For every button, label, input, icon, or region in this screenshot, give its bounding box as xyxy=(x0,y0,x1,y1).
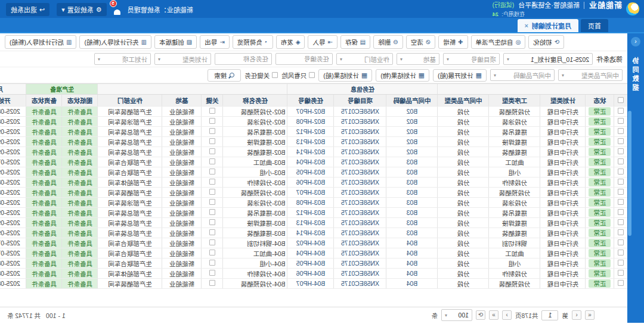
cell-row-checkbox[interactable] xyxy=(614,248,627,258)
table-row[interactable]: 正常 先行中日程 曲加工 分段 B03 XN58EC0175 B03-HP04 … xyxy=(0,157,627,167)
plan-item-select[interactable]: 计划工项 ▾ xyxy=(94,53,151,65)
toolbar-button[interactable]: ⊘ 清空 xyxy=(406,35,435,49)
cell-row-checkbox[interactable] xyxy=(614,188,627,198)
refresh-button[interactable]: ⟳ xyxy=(476,310,485,320)
cell-key-checkbox[interactable] xyxy=(202,258,223,269)
cell-row-checkbox[interactable] xyxy=(614,258,627,269)
cell-row-checkbox[interactable] xyxy=(614,157,627,167)
column-header[interactable]: 状态 xyxy=(586,95,614,107)
toolbar-button[interactable]: ▤ 保存 xyxy=(340,35,370,49)
column-header[interactable]: 计划类型 xyxy=(540,95,586,107)
logout-button[interactable]: ↪ 退出系统 xyxy=(6,3,49,16)
cell-row-checkbox[interactable] xyxy=(614,117,627,127)
cell-row-checkbox[interactable] xyxy=(614,218,627,228)
toolbar-button[interactable]: ✚ 新增 xyxy=(438,35,467,49)
column-header[interactable]: 工序类型 xyxy=(489,95,540,107)
select-all-checkbox[interactable] xyxy=(614,95,627,107)
cell-row-checkbox[interactable] xyxy=(614,177,627,188)
toolbar-button[interactable]: ▥ 后行计划导入(新船) xyxy=(5,35,76,49)
cell-row-checkbox[interactable] xyxy=(614,107,627,117)
toolbar-button[interactable]: ▧ 创建版本 xyxy=(154,35,197,49)
table-row[interactable]: 正常 先行中日程 分段预舾装 分段 B03 XN58EC0175 B03-HP0… xyxy=(0,188,627,198)
cell-key-checkbox[interactable] xyxy=(202,238,223,248)
cell-row-checkbox[interactable] xyxy=(614,167,627,177)
column-header[interactable]: 图纸状态 xyxy=(62,95,98,107)
cell-row-checkbox[interactable] xyxy=(614,127,627,137)
table-row[interactable]: 正常 先行中日程 分段涂装 分段 B02 XN58EC0175 B02-HP08… xyxy=(0,117,627,127)
first-page-button[interactable]: « xyxy=(585,310,595,320)
next-page-button[interactable]: › xyxy=(502,310,512,320)
plan-expand-ship-button[interactable]: ▦ 计划开展(船) xyxy=(433,69,487,82)
key-task-checkbox[interactable]: 关键任务 xyxy=(244,71,278,80)
column-header[interactable]: 作业部门 xyxy=(98,95,162,107)
plan-result-material-button[interactable]: ▦ 计划结果(物) xyxy=(376,69,429,82)
cell-row-checkbox[interactable] xyxy=(614,269,627,279)
mid-product-type-select[interactable]: 中间产品类型 ▾ xyxy=(558,69,623,81)
dept-select[interactable]: 作业部门 ▾ xyxy=(336,53,393,65)
task-no-input[interactable] xyxy=(275,53,333,65)
table-row[interactable]: 正常 先行中日程 搭载舾装 分段 B03 XN58EC0175 B03-HP14… xyxy=(0,228,627,238)
cell-row-checkbox[interactable] xyxy=(614,279,627,289)
column-header[interactable]: 任务名称 xyxy=(223,95,287,107)
toolbar-button[interactable]: ◔ 负荷预览 xyxy=(233,35,273,49)
column-header[interactable]: 中间产品编码 xyxy=(386,95,438,107)
table-row[interactable]: 正常 先行中日程 分段预舾装 分段 B04 XN58EC0175 B04-HP0… xyxy=(0,279,627,289)
cell-key-checkbox[interactable] xyxy=(202,147,223,157)
cell-key-checkbox[interactable] xyxy=(202,167,223,177)
toolbar-button[interactable]: ⊖ 删除 xyxy=(373,35,402,49)
task-name-input[interactable] xyxy=(215,53,272,65)
column-header[interactable]: 中间产品类型 xyxy=(438,95,489,107)
cell-key-checkbox[interactable] xyxy=(202,127,223,137)
table-row[interactable]: 正常 先行中日程 曲加工 分段 B04 XN58EC0175 B04-HP04 … xyxy=(0,248,627,258)
prev-page-button[interactable]: ‹ xyxy=(572,310,581,320)
cell-key-checkbox[interactable] xyxy=(202,218,223,228)
panel-collapse-button[interactable]: ‹ xyxy=(631,37,640,46)
column-header[interactable]: 任务编号 xyxy=(287,95,334,107)
table-row[interactable]: 正常 先行中日程 搭载舾装 分段 B02 XN58EC0175 B02-HP14… xyxy=(0,147,627,157)
column-header[interactable]: 基地 xyxy=(162,95,202,107)
table-row[interactable]: 正常 先行中日程 分段涂装 分段 B03 XN58EC0175 B03-HP08… xyxy=(0,198,627,208)
table-row[interactable]: 正常 先行中日程 搭载焊接 分段 B02 XN58EC0175 B02-HP13… xyxy=(0,137,627,147)
column-header[interactable]: 开始 xyxy=(0,95,26,107)
toolbar-button[interactable]: ◎ 自动生产派单 xyxy=(471,35,526,49)
plan-type-select[interactable]: 计划类型 ▾ xyxy=(154,53,211,65)
page-size-select[interactable]: 100 ▾ xyxy=(441,309,472,321)
table-row[interactable]: 正常 先行中日程 分段预舾装 分段 B02 XN58EC0175 B02-HP0… xyxy=(0,107,627,117)
cell-key-checkbox[interactable] xyxy=(202,157,223,167)
cell-row-checkbox[interactable] xyxy=(614,238,627,248)
toolbar-button[interactable]: ⇤ 导出 xyxy=(200,35,229,49)
last-page-button[interactable]: » xyxy=(489,310,499,320)
column-header[interactable]: 关键 xyxy=(202,95,223,107)
cell-key-checkbox[interactable] xyxy=(202,177,223,188)
cell-row-checkbox[interactable] xyxy=(614,137,627,147)
cell-key-checkbox[interactable] xyxy=(202,208,223,218)
cell-row-checkbox[interactable] xyxy=(614,228,627,238)
toolbar-button[interactable]: ◈ 发布 xyxy=(276,35,305,49)
cell-key-checkbox[interactable] xyxy=(202,188,223,198)
column-header[interactable]: 备资状态 xyxy=(26,95,62,107)
table-row[interactable]: 正常 先行中日程 搭载吊装 分段 B02 XN58EC0175 B02-HP12… xyxy=(0,127,627,137)
toolbar-button[interactable]: ▥ 先行计划导入(新船) xyxy=(79,35,151,49)
table-row[interactable]: 正常 先行中日程 小组 分段 B03 XN58EC0175 B03-HP05 B… xyxy=(0,167,627,177)
table-row[interactable]: 正常 先行中日程 搭载吊装 分段 B03 XN58EC0175 B03-HP12… xyxy=(0,208,627,218)
settings-button[interactable]: ⚙ 系统设置 ▾ xyxy=(57,3,106,16)
toolbar-button[interactable]: ⇥ 导入 xyxy=(308,35,338,49)
plan-version-select[interactable]: 2025-10_月度计划_1 ▾ xyxy=(503,53,593,65)
cell-key-checkbox[interactable] xyxy=(202,117,223,127)
tab-monthly-plan[interactable]: 月度计划编制 × xyxy=(518,19,578,32)
plan-result-ship-button[interactable]: ▦ 计划结果(船) xyxy=(318,69,372,82)
cell-row-checkbox[interactable] xyxy=(614,147,627,157)
cell-key-checkbox[interactable] xyxy=(202,279,223,289)
table-row[interactable]: 正常 先行中日程 钢料切割 分段 B04 XN58EC0175 B04-HP02… xyxy=(0,238,627,248)
notification-bell-icon[interactable]: 5 xyxy=(114,4,120,15)
tab-home[interactable]: 首页 xyxy=(581,19,608,32)
side-panel-scrollbar[interactable] xyxy=(628,111,631,236)
cell-key-checkbox[interactable] xyxy=(202,269,223,279)
table-row[interactable]: 正常 先行中日程 小组 分段 B04 XN58EC0175 B04-HP05 B… xyxy=(0,258,627,269)
tab-close-icon[interactable]: × xyxy=(525,22,528,29)
cell-row-checkbox[interactable] xyxy=(614,208,627,218)
column-header[interactable]: 项目编号 xyxy=(334,95,386,107)
page-number-input[interactable] xyxy=(542,310,559,320)
cell-key-checkbox[interactable] xyxy=(202,137,223,147)
cell-key-checkbox[interactable] xyxy=(202,107,223,117)
